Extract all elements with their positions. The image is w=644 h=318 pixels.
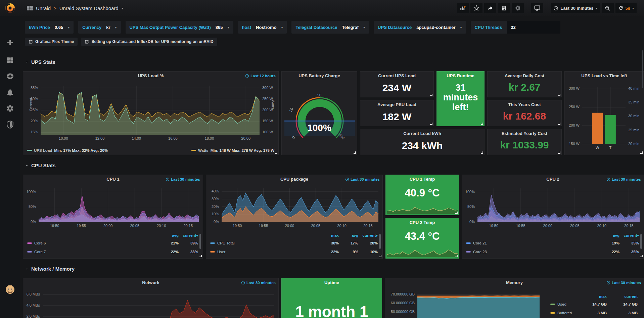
- legend-sort-column[interactable]: current: [607, 294, 638, 299]
- panel-title[interactable]: Current UPS Load: [360, 72, 433, 80]
- cpu2-chart[interactable]: 100%50%0%19:5019:5520:0020:0520:1020:15: [462, 184, 644, 232]
- network-chart[interactable]: 6.0 MBs4.0 MBs2.0 MBs: [23, 287, 279, 318]
- dashboard-settings-button[interactable]: [512, 3, 524, 13]
- legend-sort-column[interactable]: current▾: [358, 233, 378, 238]
- legend-series-row[interactable]: Buffered3 MB3 MB: [550, 309, 638, 317]
- panel-title[interactable]: CPU 2 Last 30 minutes: [462, 175, 644, 184]
- panel-title[interactable]: This Years Cost: [488, 100, 561, 109]
- legend-sort-column[interactable]: max: [576, 294, 607, 299]
- legend-series-row[interactable]: User22%9%16%: [210, 247, 378, 256]
- legend-series-row[interactable]: Core 722%33%: [27, 247, 198, 256]
- refresh-button[interactable]: 5s ▾: [615, 3, 637, 13]
- variable-kwh-price[interactable]: kWh Price0.65▾: [25, 21, 74, 34]
- legend-series-row[interactable]: Core 2119%35%: [466, 239, 639, 247]
- chevron-down-icon: [25, 60, 29, 64]
- cpu1-chart[interactable]: 100%50%0%19:5019:5520:0020:0520:1020:15: [23, 184, 203, 232]
- panel-title[interactable]: Average Daily Cost: [488, 72, 561, 80]
- configuration-gear-icon[interactable]: [6, 104, 14, 112]
- stat-value: 43.4 °C: [386, 230, 459, 242]
- alerting-bell-icon[interactable]: [6, 88, 14, 96]
- legend-scrollbar[interactable]: [199, 234, 201, 249]
- panel-title[interactable]: CPU 1 Last 30 minutes: [23, 175, 203, 184]
- memory-chart[interactable]: 70.000000 GB60.000000 GB50.000000 GB: [385, 287, 543, 318]
- legend-scrollbar[interactable]: [379, 234, 381, 249]
- section-network-memory[interactable]: Network / Memory: [25, 266, 75, 272]
- breadcrumb-dashboard-title[interactable]: Unraid System Dashboard: [59, 5, 119, 11]
- ups-bar-chart[interactable]: 300 W250 W200 W150 W40 min35 min30 min25…: [565, 80, 644, 154]
- time-range-picker[interactable]: Last 30 minutes ▾: [551, 3, 600, 13]
- panel-title[interactable]: Current Load kWh: [360, 129, 484, 138]
- legend-sort-column[interactable]: avg: [159, 233, 179, 237]
- legend-sort-column[interactable]: current▾: [619, 233, 639, 238]
- breadcrumb-folder[interactable]: Unraid: [36, 5, 51, 11]
- panel-title[interactable]: Memory Last 30 minutes: [385, 278, 644, 287]
- zoom-out-time-button[interactable]: [602, 3, 614, 13]
- panel-title[interactable]: CPU 1 Temp: [386, 175, 459, 184]
- dashboards-icon[interactable]: [6, 56, 14, 64]
- chevron-down-icon[interactable]: ▾: [122, 6, 123, 10]
- panel-time-override[interactable]: Last 30 minutes: [606, 175, 641, 184]
- series-color-swatch: [466, 251, 471, 253]
- panel-title[interactable]: Uptime: [282, 278, 382, 287]
- stat-value: 1 month 1: [282, 303, 382, 318]
- save-dashboard-button[interactable]: [498, 3, 510, 13]
- panel-title[interactable]: CPU 2 Temp: [386, 218, 459, 227]
- variable-ups-max-output[interactable]: UPS Max Output Power Capacity (Watt)865▾: [126, 21, 233, 34]
- clock-icon: [606, 281, 610, 285]
- panel-title[interactable]: UPS Battery Charge: [282, 72, 357, 80]
- legend-watts[interactable]: WattsMin: 148 W Max: 278 W Avg: 175 W: [191, 148, 274, 152]
- page-scrollbar[interactable]: [642, 50, 643, 88]
- axis-tick: 12:00: [92, 136, 108, 140]
- share-dashboard-button[interactable]: [484, 3, 496, 13]
- panel-title[interactable]: Average PSU Load: [360, 100, 433, 109]
- section-ups-stats[interactable]: UPS Stats: [25, 59, 55, 65]
- panel-title[interactable]: UPS Load vs Time left: [565, 72, 644, 80]
- panel-title[interactable]: UPS Load % Last 12 hours: [23, 72, 278, 80]
- link-ups-monitoring-guide[interactable]: Setting up Grafana and InfluxDB for UPS …: [81, 38, 217, 46]
- tv-cycle-view-button[interactable]: [531, 3, 543, 13]
- section-cpu-stats[interactable]: CPU Stats: [25, 163, 56, 168]
- link-grafana-plex-theme[interactable]: Grafana Plex Theme: [25, 38, 78, 46]
- star-dashboard-button[interactable]: [470, 3, 482, 13]
- variable-telegraf-datasource[interactable]: Telegraf DatasourceTelegraf▾: [291, 21, 369, 34]
- user-avatar[interactable]: [5, 285, 15, 294]
- variable-currency[interactable]: Currencykr▾: [78, 21, 121, 34]
- create-plus-icon[interactable]: [6, 39, 14, 47]
- panel-cpu1: CPU 1 Last 30 minutes 100%50%0%19:5019:5…: [23, 175, 203, 259]
- explore-compass-icon[interactable]: [6, 72, 14, 80]
- legend-series-row[interactable]: Core 2322%35%: [466, 247, 639, 256]
- panel-title[interactable]: Network Last 30 minutes: [23, 278, 278, 287]
- legend-sort-column[interactable]: current▾: [179, 233, 198, 238]
- stat-value: 31 minutes left!: [437, 83, 484, 112]
- legend-sort-column[interactable]: max: [319, 233, 339, 237]
- legend-series-row[interactable]: Core 621%39%: [27, 239, 198, 247]
- axis-tick: 30%: [206, 197, 219, 201]
- panel-time-override[interactable]: Last 12 hours: [245, 72, 276, 80]
- axis-tick: 300 W: [565, 86, 580, 90]
- cpu-threads-input[interactable]: 32: [507, 21, 560, 34]
- variable-ups-datasource[interactable]: UPS Datasourceapcupsd-container▾: [374, 21, 466, 34]
- legend-value: 21%: [159, 241, 179, 245]
- legend-scrollbar[interactable]: [640, 234, 642, 249]
- legend-ups-load[interactable]: UPS LoadMin: 17% Max: 32% Avg: 20%: [27, 148, 108, 152]
- panel-time-override[interactable]: Last 30 minutes: [166, 175, 200, 184]
- panel-title[interactable]: CPU package Last 30 minutes: [206, 175, 382, 184]
- legend-sort-column[interactable]: avg: [339, 233, 358, 237]
- grafana-logo-icon[interactable]: [4, 2, 16, 14]
- panel-time-override[interactable]: Last 30 minutes: [241, 278, 276, 287]
- axis-tick: 10%: [206, 212, 219, 216]
- panel-title[interactable]: UPS Runtime: [437, 72, 484, 80]
- dashboard-grid-icon[interactable]: [27, 6, 33, 10]
- battery-gauge: [282, 80, 357, 155]
- panel-time-override[interactable]: Last 30 minutes: [345, 175, 380, 184]
- panel-title[interactable]: Estimated Yearly Cost: [488, 129, 561, 138]
- legend-sort-column[interactable]: avg: [600, 233, 619, 237]
- server-admin-shield-icon[interactable]: [6, 121, 14, 129]
- ups-load-chart[interactable]: 35%30%25%20%15%300 W250 W200 W150 W100 W…: [23, 80, 279, 144]
- legend-series-row[interactable]: CPU Total38%17%28%: [210, 239, 378, 247]
- variable-host[interactable]: hostNostromo▾: [238, 21, 287, 34]
- cpu-package-chart[interactable]: 40%30%20%10%0%19:5019:5520:0020:0520:102…: [206, 184, 383, 232]
- panel-time-override[interactable]: Last 30 minutes: [606, 278, 641, 287]
- legend-series-row[interactable]: Used14.7 GB14.7 GB: [550, 300, 638, 309]
- add-panel-button[interactable]: [457, 3, 469, 13]
